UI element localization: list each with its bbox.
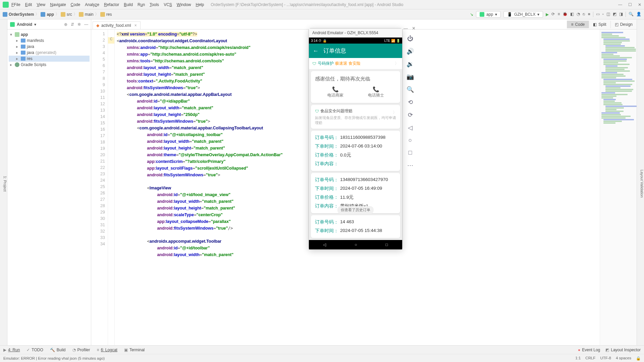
menu-navigate[interactable]: Navigate	[50, 2, 66, 7]
emu-minimize-icon[interactable]: —	[404, 26, 408, 31]
encoding[interactable]: UTF-8	[600, 356, 611, 361]
minimize-icon[interactable]: —	[618, 2, 622, 7]
menu-refactor[interactable]: Refactor	[104, 2, 119, 7]
db-icon[interactable]: ◨	[619, 12, 623, 17]
collapse-icon[interactable]: —	[84, 22, 88, 27]
badge-bar[interactable]: 🛡 号码保护 极速退 食安险 〉	[309, 58, 402, 69]
design-view-button[interactable]: ◰ Design	[610, 21, 637, 28]
minimap[interactable]	[600, 29, 637, 345]
nav-back-icon[interactable]: ◁	[323, 242, 326, 247]
maximize-icon[interactable]: ☐	[628, 2, 632, 7]
menu-file[interactable]: FFile	[11, 2, 20, 7]
event-log[interactable]: ●Event Log	[578, 348, 600, 352]
user-icon[interactable]: 👤	[636, 12, 641, 17]
line-sep[interactable]: CRLF	[585, 356, 595, 361]
crumb-app[interactable]: app	[47, 12, 54, 17]
filter-icon[interactable]: ⇵	[71, 22, 74, 27]
crumb-main[interactable]: main	[85, 12, 94, 17]
resource-mgr-icon[interactable]: ◫	[606, 12, 610, 17]
run-toolwindow[interactable]: ▶4: Run	[3, 348, 20, 352]
menu-tools[interactable]: Tools	[150, 2, 159, 7]
safety-card[interactable]: 🛡食品安全问题理赔 如发现食品变质、存在异物或引发就医，均可申请理赔 〉	[311, 105, 400, 129]
avd-icon[interactable]: ▭	[596, 12, 600, 17]
project-tree: Android ▾ ⊕ ⇵ ✲ — ▾app ▸manifests ▸java …	[7, 19, 91, 345]
menu-vcs[interactable]: VCS	[164, 2, 172, 7]
stop-icon[interactable]: ■	[588, 12, 590, 17]
layout-insp-icon[interactable]: ◩	[613, 12, 616, 17]
crumb-res[interactable]: res	[106, 12, 112, 17]
close-icon[interactable]: ✕	[638, 2, 641, 7]
tree-selector[interactable]: Android	[17, 22, 32, 27]
tree-item[interactable]: ▸manifests	[9, 38, 90, 44]
build-toolwindow[interactable]: 🔨Build	[50, 348, 66, 352]
debug-icon[interactable]: 🐞	[562, 12, 568, 17]
nav-recent-icon[interactable]: □	[385, 242, 388, 247]
sdk-icon[interactable]: ▫	[602, 12, 604, 17]
emulator-window[interactable]: —✕ Android Emulator - GZH_BCLX:5554 3:14…	[309, 28, 402, 250]
nav-back-hw-icon[interactable]: ◁	[408, 124, 413, 131]
emulator-sidebar: ⏻ 🔊 🔉 📷 🔍 ⟲ ⟳ ◁ ○ □ ⋯	[405, 35, 416, 169]
todo-toolwindow[interactable]: ✓TODO	[26, 348, 43, 352]
code-view-button[interactable]: ≡ Code	[567, 21, 589, 28]
emu-close-icon[interactable]: ✕	[412, 26, 416, 31]
sync-icon[interactable]: ↘	[470, 12, 473, 17]
rotate-left-icon[interactable]: ⟲	[408, 99, 413, 106]
menu-window[interactable]: Window	[177, 2, 191, 7]
menu-code[interactable]: Code	[71, 2, 80, 7]
camera-icon[interactable]: 📷	[407, 73, 414, 80]
chevron-down-icon[interactable]: ▾	[34, 22, 36, 27]
call-merchant-button[interactable]: 📞电话商家	[315, 86, 356, 98]
crumb-src[interactable]: src	[67, 12, 72, 17]
indent[interactable]: 4 spaces	[616, 356, 631, 361]
tree-gradle[interactable]: ▸Gradle Scripts	[9, 62, 90, 68]
gear-icon[interactable]: ✲	[77, 22, 81, 27]
phone-statusbar: 3:14 ⏱ 🔒 LTE 📶 🔋	[309, 38, 402, 44]
search-icon[interactable]: 🔍	[629, 12, 634, 17]
back-icon[interactable]: ←	[313, 48, 319, 54]
lock-icon[interactable]: 🔒	[636, 356, 641, 361]
crumb-root[interactable]: OrderSystem	[9, 12, 34, 17]
logcat-toolwindow[interactable]: ≡6: Logcat	[97, 348, 117, 352]
chevron-right-icon: 〉	[393, 110, 397, 115]
more-icon[interactable]: ⋯	[407, 162, 413, 169]
coverage-icon[interactable]: ◧	[570, 12, 574, 17]
menu-view[interactable]: View	[37, 2, 45, 7]
nav-overview-hw-icon[interactable]: □	[409, 149, 412, 156]
menu-build[interactable]: Build	[124, 2, 133, 7]
attach-icon[interactable]: ⎋	[583, 12, 585, 17]
caret-pos[interactable]: 1:1	[575, 356, 581, 361]
menu-help[interactable]: Help	[196, 2, 204, 7]
close-tab-icon[interactable]: ×	[135, 23, 137, 28]
device-combo[interactable]: 📱GZH_BCLX▾	[503, 11, 543, 18]
nav-home-hw-icon[interactable]: ○	[409, 137, 412, 144]
split-view-button[interactable]: ◧ Split	[589, 21, 610, 28]
run-icon[interactable]: ▶	[546, 12, 549, 17]
appbar-title: 订单信息	[323, 47, 346, 55]
folder-icon	[61, 12, 65, 17]
tree-item[interactable]: ▸java (generated)	[9, 50, 90, 56]
apply-changes-icon[interactable]: ⟳	[551, 12, 555, 17]
zoom-icon[interactable]: 🔍	[407, 86, 414, 93]
nav-home-icon[interactable]: ○	[355, 242, 357, 247]
volume-down-icon[interactable]: 🔉	[407, 60, 414, 68]
terminal-toolwindow[interactable]: ▣Terminal	[124, 348, 145, 352]
layout-inspector[interactable]: ◩Layout Inspector	[605, 348, 641, 352]
profiler-icon[interactable]: ◔	[577, 12, 580, 17]
power-icon[interactable]: ⏻	[407, 35, 413, 42]
menu-run[interactable]: Run	[138, 2, 145, 7]
tree-item-selected[interactable]: ▸res	[9, 56, 90, 62]
apply-code-icon[interactable]: ≡	[557, 12, 560, 17]
run-config-combo[interactable]: app▾	[476, 11, 501, 18]
tree-item[interactable]: ▸java	[9, 44, 90, 50]
target-icon[interactable]: ⊕	[64, 22, 67, 27]
volume-up-icon[interactable]: 🔊	[407, 48, 414, 55]
tree-root[interactable]: ▾app	[9, 32, 90, 38]
menu-edit[interactable]: Edit	[25, 2, 32, 7]
rotate-right-icon[interactable]: ⟳	[408, 111, 413, 119]
menu-analyze[interactable]: Analyze	[85, 2, 99, 7]
editor-tab[interactable]: ◆ activity_food.xml ×	[93, 21, 141, 29]
profiler-toolwindow[interactable]: ◔Profiler	[72, 348, 90, 352]
layout-validation-tab[interactable]: Layout Validation	[640, 170, 644, 198]
call-rider-button[interactable]: 📞电话骑士	[356, 86, 396, 98]
project-tab[interactable]: 1: Project	[3, 176, 7, 191]
